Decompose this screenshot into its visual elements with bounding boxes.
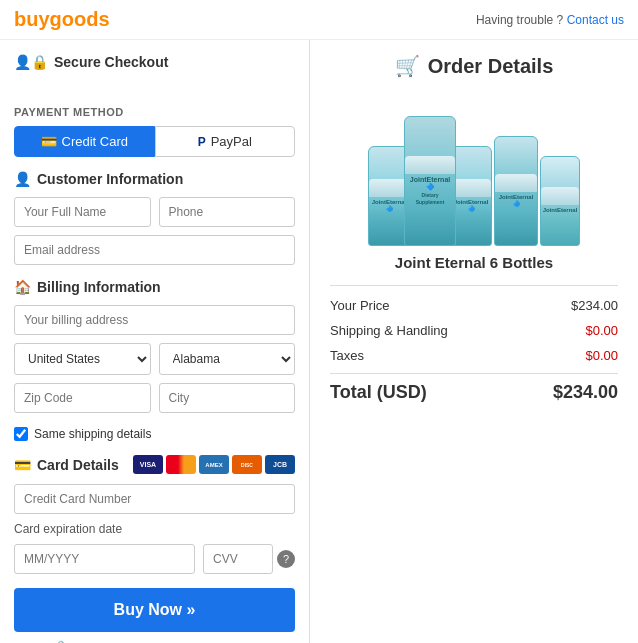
cart-icon: 🛒 [395, 54, 420, 78]
phone-input[interactable] [159, 197, 296, 227]
same-shipping-label: Same shipping details [34, 427, 151, 441]
country-select[interactable]: United States [14, 343, 151, 375]
zip-input[interactable] [14, 383, 151, 413]
taxes-row: Taxes $0.00 [330, 348, 618, 363]
state-select[interactable]: Alabama [159, 343, 296, 375]
bottle-cap-r2 [495, 174, 537, 192]
page-header: buygoods Having trouble ? Contact us [0, 0, 638, 40]
bottle-label: JointEternal🔷 [370, 197, 409, 214]
lock-icon: 👤🔒 [14, 54, 48, 70]
titles-row: 👤🔒 Secure Checkout 🛒 Order Details [0, 40, 638, 92]
left-title-area: 👤🔒 Secure Checkout [0, 40, 310, 92]
buy-now-button[interactable]: Buy Now » [14, 588, 295, 632]
discover-icon: DISC [232, 455, 262, 474]
contact-link[interactable]: Contact us [567, 13, 624, 27]
bottle-cap-right [451, 179, 491, 197]
bottle-cap-fr [541, 187, 579, 205]
same-shipping-row: Same shipping details [14, 427, 295, 441]
billing-info-section: 🏠 Billing Information United States Alab… [14, 279, 295, 413]
right-title-area: 🛒 Order Details [310, 40, 638, 92]
billing-icon: 🏠 [14, 279, 31, 295]
customer-title: 👤 Customer Information [14, 171, 295, 187]
card-icon: 💳 [14, 457, 31, 473]
jcb-icon: JCB [265, 455, 295, 474]
credit-card-tab-label: Credit Card [62, 134, 128, 149]
country-state-row: United States Alabama [14, 343, 295, 375]
expiry-label: Card expiration date [14, 522, 295, 536]
bottle-back-right: JointEternal🔷 [450, 146, 492, 246]
payment-method-section: PAYMENT METHOD 💳 Credit Card P PayPal [14, 106, 295, 157]
shipping-row: Shipping & Handling $0.00 [330, 323, 618, 338]
credit-card-tab[interactable]: 💳 Credit Card [14, 126, 155, 157]
product-image-area: JointEternal🔷 JointEternal🔷Dietary Suppl… [330, 106, 618, 271]
your-price-value: $234.00 [571, 298, 618, 313]
order-title: 🛒 Order Details [330, 54, 618, 78]
shipping-label: Shipping & Handling [330, 323, 448, 338]
billing-address-input[interactable] [14, 305, 295, 335]
email-row [14, 235, 295, 265]
expiry-row: ? [14, 544, 295, 574]
order-total-row: Total (USD) $234.00 [330, 373, 618, 403]
checkout-title: 👤🔒 Secure Checkout [14, 54, 295, 70]
shipping-value: $0.00 [585, 323, 618, 338]
customer-info-section: 👤 Customer Information [14, 171, 295, 265]
bottle-cap [369, 179, 409, 197]
mastercard-icon [166, 455, 196, 474]
paypal-tab-label: PayPal [211, 134, 252, 149]
bottle-label-r2: JointEternal🔷 [497, 192, 536, 209]
right-panel: JointEternal🔷 JointEternal🔷Dietary Suppl… [310, 92, 638, 643]
paypal-icon: P [198, 135, 206, 149]
expiry-input[interactable] [14, 544, 195, 574]
credit-card-icon: 💳 [41, 134, 57, 149]
payment-method-label: PAYMENT METHOD [14, 106, 295, 118]
logo: buygoods [14, 8, 110, 31]
cvv-help-icon[interactable]: ? [277, 550, 295, 568]
logo-buy: buy [14, 8, 50, 30]
bottle-label-fr: JointEternal [541, 205, 580, 215]
email-input[interactable] [14, 235, 295, 265]
payment-tabs: 💳 Credit Card P PayPal [14, 126, 295, 157]
billing-address-row [14, 305, 295, 335]
card-details-title: 💳 Card Details [14, 457, 119, 473]
taxes-label: Taxes [330, 348, 364, 363]
zip-city-row [14, 383, 295, 413]
header-right: Having trouble ? Contact us [476, 13, 624, 27]
card-details-header: 💳 Card Details VISA AMEX DISC JCB [14, 455, 295, 474]
billing-title: 🏠 Billing Information [14, 279, 295, 295]
bottle-far-right: JointEternal [540, 156, 580, 246]
bottle-cap-center [405, 156, 455, 174]
card-number-input[interactable] [14, 484, 295, 514]
full-name-input[interactable] [14, 197, 151, 227]
main-content: PAYMENT METHOD 💳 Credit Card P PayPal 👤 … [0, 92, 638, 643]
name-phone-row [14, 197, 295, 227]
total-value: $234.00 [553, 382, 618, 403]
product-bottles: JointEternal🔷 JointEternal🔷Dietary Suppl… [330, 106, 618, 246]
cvv-input[interactable] [203, 544, 273, 574]
expiry-section: Card expiration date ? [14, 522, 295, 574]
card-number-row [14, 484, 295, 514]
card-icons: VISA AMEX DISC JCB [133, 455, 295, 474]
left-panel: PAYMENT METHOD 💳 Credit Card P PayPal 👤 … [0, 92, 310, 643]
order-divider [330, 285, 618, 286]
paypal-tab[interactable]: P PayPal [155, 126, 296, 157]
product-name: Joint Eternal 6 Bottles [330, 254, 618, 271]
visa-icon: VISA [133, 455, 163, 474]
bottle-label-right: JointEternal🔷 [452, 197, 491, 214]
taxes-value: $0.00 [585, 348, 618, 363]
your-price-label: Your Price [330, 298, 390, 313]
trouble-text: Having trouble ? [476, 13, 563, 27]
bottle-label-center: JointEternal🔷Dietary Supplement [405, 174, 455, 207]
person-icon: 👤 [14, 171, 31, 187]
logo-goods: goods [50, 8, 110, 30]
same-shipping-checkbox[interactable] [14, 427, 28, 441]
cvv-wrap: ? [203, 544, 295, 574]
amex-icon: AMEX [199, 455, 229, 474]
card-details-section: 💳 Card Details VISA AMEX DISC JCB Card e… [14, 455, 295, 574]
your-price-row: Your Price $234.00 [330, 298, 618, 313]
bottle-center: JointEternal🔷Dietary Supplement [404, 116, 456, 246]
total-label: Total (USD) [330, 382, 427, 403]
city-input[interactable] [159, 383, 296, 413]
bottle-right2: JointEternal🔷 [494, 136, 538, 246]
